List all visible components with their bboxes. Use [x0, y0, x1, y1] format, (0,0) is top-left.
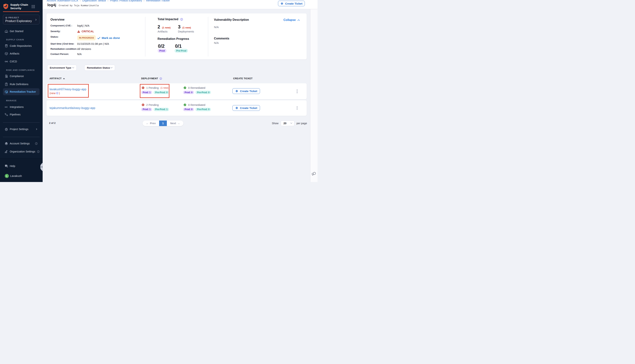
sidebar-item-pipelines[interactable]: Pipelines — [3, 111, 40, 118]
user-name: Lavakush — [10, 174, 22, 178]
apps-grid-icon[interactable] — [32, 5, 35, 8]
card-divider — [145, 17, 145, 56]
project-selector-label: PROJECT — [9, 16, 19, 19]
project-selector[interactable]: PROJECT Product Exploratory — [3, 15, 40, 24]
gear-icon — [5, 128, 8, 131]
impacted-deployments-new: (1 new) — [182, 26, 191, 29]
sidebar-item-label: Organization Settings — [10, 150, 35, 153]
sidebar-divider — [3, 137, 40, 137]
sidebar-item-code-repositories[interactable]: Code Repositories — [3, 43, 40, 49]
sidebar-section-risk-and-compliance: RISK AND COMPLIANCE — [6, 69, 35, 71]
mark-as-done-link[interactable]: Mark as done — [97, 36, 120, 40]
remediated-line: 0 Remediated — [183, 103, 211, 106]
created-by-text: Created by Teja Kummarikuntla — [59, 4, 99, 7]
pagination-current-page[interactable]: 1 — [159, 120, 167, 126]
breadcrumb-current[interactable]: Remediation Tracker — [146, 0, 170, 2]
vulnerability-description-heading: Vulnerability Description — [214, 18, 249, 22]
collapse-link[interactable]: Collapse — [284, 18, 300, 22]
info-icon[interactable] — [159, 77, 162, 80]
sidebar-item-integrations[interactable]: Integrations — [3, 104, 40, 110]
prod-progress-ratio: 0/2 — [158, 43, 165, 49]
create-ticket-button-header[interactable]: Create Ticket — [278, 1, 305, 6]
impacted-deployments-stat: 3 (1 new) — [178, 24, 191, 30]
sidebar-accent-rule — [3, 12, 40, 12]
svg-text:?: ? — [6, 165, 7, 166]
compliance-document-icon — [5, 74, 8, 78]
component-cve-value: log4j | N/A — [77, 24, 89, 27]
button-label: Create Ticket — [285, 2, 302, 5]
preprod-progress-ratio: 0/1 — [175, 43, 182, 49]
column-label: CREATE TICKET — [233, 77, 253, 80]
total-impacted-heading: Total Impacted — [158, 18, 178, 21]
info-icon[interactable] — [180, 18, 183, 21]
time-value: 01/10/2025 01:08 pm | N/A — [77, 42, 109, 45]
comments-value: N/A — [214, 41, 219, 44]
sidebar-item-project-settings[interactable]: Project Settings — [3, 126, 40, 132]
deployments-count-label: Deployments — [178, 30, 194, 33]
time-label: Start time | End time: — [51, 42, 74, 45]
create-ticket-button-row[interactable]: Create Ticket — [233, 105, 260, 111]
chevron-right-icon — [36, 128, 38, 130]
artifact-link[interactable]: tejakummarikuntla/easy-buggy-app — [50, 106, 95, 110]
sidebar-item-cicd[interactable]: CI/CD — [3, 58, 40, 64]
project-cube-icon — [5, 17, 7, 19]
pagination-prev-button[interactable]: ←Prev — [143, 120, 159, 126]
breadcrumb-organization[interactable]: Organization: default — [82, 0, 106, 2]
environment-type-filter[interactable]: Environment Type — [47, 65, 77, 71]
breadcrumb-separator: › — [144, 0, 144, 2]
create-ticket-button-row[interactable]: Create Ticket — [233, 88, 260, 94]
impacted-artifacts-stat: 2 (1 new) — [158, 24, 171, 30]
sidebar-item-label: Integrations — [10, 106, 24, 108]
breadcrumb-project[interactable]: Project: Product Exploratory — [110, 0, 142, 2]
sidebar-item-organization-settings[interactable]: Organization Settings — [3, 148, 40, 155]
row-menu-dots-icon[interactable] — [297, 106, 298, 110]
ticket-diamond-icon — [235, 90, 238, 93]
sidebar-item-label: Project Settings — [10, 128, 29, 131]
pagination-count: 2 of 2 — [49, 122, 56, 124]
sidebar-item-artifacts[interactable]: Artifacts — [3, 50, 40, 57]
remediation-status-filter[interactable]: Remediation Status — [84, 65, 115, 71]
sidebar-item-label: Rule Definitions — [10, 83, 29, 86]
sidebar-section-manage: MANAGE — [6, 100, 17, 102]
sidebar-item-rule-definitions[interactable]: Rule Definitions — [3, 81, 40, 87]
condition-value: All Versions — [77, 48, 91, 50]
sidebar-item-label: Artifacts — [10, 52, 19, 55]
chat-help-icon[interactable] — [312, 172, 316, 176]
sidebar-item-account-settings[interactable]: Account Settings — [3, 140, 40, 146]
column-label: DEPLOYMENT — [141, 77, 158, 80]
row-menu-dots-icon[interactable] — [297, 90, 298, 93]
sidebar-item-remediation-tracker[interactable]: Remediation Tracker — [3, 88, 40, 95]
prod-count-pill: Prod: 0 — [183, 108, 194, 111]
sidebar-item-label: Code Repositories — [10, 44, 32, 47]
sidebar-item-compliance[interactable]: Compliance — [3, 73, 40, 79]
column-header-artifact[interactable]: ARTIFACT — [50, 77, 65, 80]
breadcrumb-account[interactable]: Account: Automation-SSCA — [47, 0, 78, 2]
help-chat-icon: ? — [5, 164, 8, 168]
pending-count-text: 2 Pending — [146, 103, 159, 106]
prod-pill: Prod — [158, 49, 167, 53]
pagination-next-button[interactable]: Next→ — [167, 120, 183, 126]
remediated-cell: 0 Remediated Prod: 0 Pre-Prod: 0 — [183, 103, 211, 111]
prod-count-pill: Prod: 1 — [141, 108, 152, 111]
env-pills: Prod: 1 Pre-Prod: 1 — [141, 108, 169, 111]
status-label: Status: — [51, 36, 59, 38]
project-selector-label-row: PROJECT — [5, 16, 37, 19]
ticket-diamond-icon — [235, 106, 238, 110]
info-icon — [35, 142, 38, 145]
sidebar-item-help[interactable]: ? Help — [3, 163, 40, 169]
page-size-select[interactable]: 20 — [281, 120, 294, 126]
user-avatar[interactable]: L — [5, 174, 9, 178]
sidebar-bottom-section: ? Help L Lavakush — [0, 158, 43, 182]
table-row: tejakummarikuntla/easy-buggy-app 2 Pendi… — [47, 100, 307, 116]
remediated-check-icon — [183, 86, 186, 89]
button-label: Create Ticket — [240, 90, 257, 93]
env-pills: Prod: 0 Pre-Prod: 0 — [183, 91, 211, 94]
title-row: log4j Created by Teja Kummarikuntla — [47, 3, 99, 7]
show-label: Show — [272, 122, 278, 125]
prod-count-pill: Prod: 0 — [183, 91, 194, 94]
annotation-box-artifact — [48, 84, 89, 98]
sidebar-item-get-started[interactable]: Get Started — [3, 28, 40, 34]
chevron-down-icon — [290, 122, 292, 124]
pending-clock-icon — [142, 104, 144, 106]
contact-label: Contact Person: — [51, 53, 69, 56]
